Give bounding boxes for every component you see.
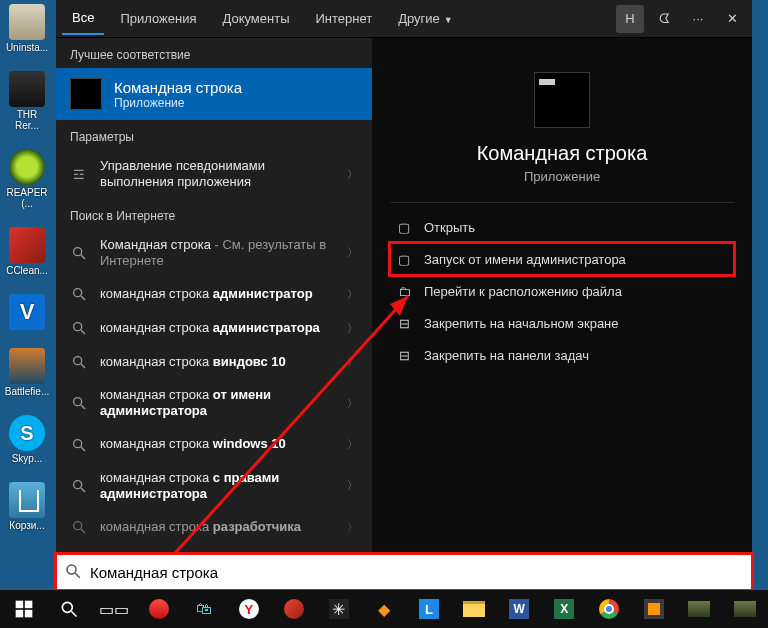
svg-line-13: [81, 488, 85, 492]
taskbar-excel[interactable]: X: [543, 592, 586, 626]
search-tabs: Все Приложения Документы Интернет Другие…: [56, 0, 752, 38]
tab-documents[interactable]: Документы: [212, 3, 299, 34]
action-pin-taskbar[interactable]: ⊟ Закрепить на панели задач: [390, 339, 734, 371]
web-result-6[interactable]: командная строка windows 10 〉: [56, 428, 372, 462]
svg-line-5: [81, 330, 85, 334]
chevron-right-icon: 〉: [347, 478, 358, 493]
web-result-4[interactable]: командная строка виндовс 10 〉: [56, 345, 372, 379]
detail-title: Командная строка: [390, 142, 734, 165]
svg-line-25: [71, 612, 76, 617]
user-avatar[interactable]: Н: [616, 5, 644, 33]
tab-more[interactable]: Другие▼: [388, 3, 463, 34]
taskbar-search-icon[interactable]: [47, 592, 90, 626]
results-list: Лучшее соответствие Командная строка При…: [56, 38, 372, 590]
taskbar-image1[interactable]: [678, 592, 721, 626]
tab-all[interactable]: Все: [62, 2, 104, 35]
chevron-right-icon: 〉: [347, 287, 358, 302]
taskbar-image2[interactable]: [723, 592, 766, 626]
taskbar: ▭▭ 🛍 ✳ ◆ L W X: [0, 590, 768, 628]
action-open-location[interactable]: 🗀 Перейти к расположению файла: [390, 275, 734, 307]
taskbar-app1[interactable]: ✳: [317, 592, 360, 626]
svg-rect-21: [24, 601, 32, 609]
search-icon: [70, 353, 88, 371]
action-open[interactable]: ▢ Открыть: [390, 211, 734, 243]
desktop-icon-reaper[interactable]: REAPER (...: [4, 149, 50, 209]
pin-icon: ⊟: [396, 347, 412, 363]
taskbar-sublime[interactable]: [633, 592, 676, 626]
taskbar-yandex[interactable]: [227, 592, 270, 626]
close-icon[interactable]: ✕: [718, 5, 746, 33]
feedback-icon[interactable]: ᗧ: [650, 5, 678, 33]
taskbar-ccleaner[interactable]: [272, 592, 315, 626]
web-result-8[interactable]: командная строка разработчика 〉: [56, 510, 372, 544]
taskbar-word[interactable]: W: [498, 592, 541, 626]
tab-internet[interactable]: Интернет: [305, 3, 382, 34]
desktop-icon-skype[interactable]: Skyp...: [4, 415, 50, 464]
svg-line-15: [81, 529, 85, 533]
shield-icon: ▢: [396, 251, 412, 267]
desktop-icon-uninstall[interactable]: Uninsta...: [4, 4, 50, 53]
settings-alias-row[interactable]: ☲ Управление псевдонимами выполнения при…: [56, 150, 372, 199]
taskbar-explorer[interactable]: [453, 592, 496, 626]
start-button[interactable]: [2, 592, 45, 626]
tab-apps[interactable]: Приложения: [110, 3, 206, 34]
cmd-icon: [70, 78, 102, 110]
open-icon: ▢: [396, 219, 412, 235]
taskbar-opera[interactable]: [137, 592, 180, 626]
cmd-large-icon: [534, 72, 590, 128]
svg-point-12: [74, 480, 82, 488]
desktop-icon-ccleaner[interactable]: CClean...: [4, 227, 50, 276]
search-box[interactable]: [56, 554, 752, 590]
folder-icon: 🗀: [396, 283, 412, 299]
task-view-icon[interactable]: ▭▭: [92, 592, 135, 626]
search-panel: Все Приложения Документы Интернет Другие…: [56, 0, 752, 590]
svg-line-3: [81, 296, 85, 300]
settings-icon: ☲: [70, 165, 88, 183]
web-result-1[interactable]: Командная строка - См. результаты в Инте…: [56, 229, 372, 278]
taskbar-store[interactable]: 🛍: [182, 592, 225, 626]
taskbar-app2[interactable]: ◆: [363, 592, 406, 626]
svg-point-4: [74, 323, 82, 331]
best-match-title: Командная строка: [114, 79, 242, 96]
pin-icon: ⊟: [396, 315, 412, 331]
best-match-subtitle: Приложение: [114, 96, 242, 110]
chevron-down-icon: ▼: [444, 15, 453, 25]
taskbar-app-l[interactable]: L: [408, 592, 451, 626]
section-settings: Параметры: [56, 120, 372, 150]
svg-point-8: [74, 398, 82, 406]
svg-line-1: [81, 255, 85, 259]
search-icon: [70, 319, 88, 337]
desktop-icon-vegas[interactable]: [4, 294, 50, 330]
svg-line-9: [81, 405, 85, 409]
web-result-2[interactable]: командная строка администратор 〉: [56, 277, 372, 311]
svg-point-10: [74, 439, 82, 447]
web-result-3[interactable]: командная строка администратора 〉: [56, 311, 372, 345]
desktop-icon-battlefield[interactable]: Battlefie...: [4, 348, 50, 397]
web-result-7[interactable]: командная строка с правами администратор…: [56, 462, 372, 511]
search-icon: [70, 477, 88, 495]
search-icon: [70, 436, 88, 454]
chevron-right-icon: 〉: [347, 437, 358, 452]
desktop-icon-recycle-bin[interactable]: Корзи...: [4, 482, 50, 531]
taskbar-chrome[interactable]: [588, 592, 631, 626]
search-icon: [70, 285, 88, 303]
desktop-icon-thr[interactable]: THR Rer...: [4, 71, 50, 131]
svg-line-19: [75, 573, 80, 578]
chevron-right-icon: 〉: [347, 396, 358, 411]
search-icon: [70, 244, 88, 262]
detail-pane: Командная строка Приложение ▢ Открыть ▢ …: [372, 38, 752, 590]
action-run-as-admin[interactable]: ▢ Запуск от имени администратора: [390, 243, 734, 275]
action-pin-start[interactable]: ⊟ Закрепить на начальном экране: [390, 307, 734, 339]
search-icon: [64, 562, 82, 583]
svg-point-24: [62, 602, 72, 612]
best-match-result[interactable]: Командная строка Приложение: [56, 68, 372, 120]
svg-rect-23: [24, 610, 32, 618]
chevron-right-icon: 〉: [347, 520, 358, 535]
svg-point-0: [74, 247, 82, 255]
svg-rect-20: [15, 601, 23, 609]
more-options-icon[interactable]: ···: [684, 5, 712, 33]
chevron-right-icon: 〉: [347, 355, 358, 370]
desktop: Uninsta... THR Rer... REAPER (... CClean…: [0, 0, 56, 590]
web-result-5[interactable]: командная строка от имени администратора…: [56, 379, 372, 428]
search-input[interactable]: [90, 564, 744, 581]
